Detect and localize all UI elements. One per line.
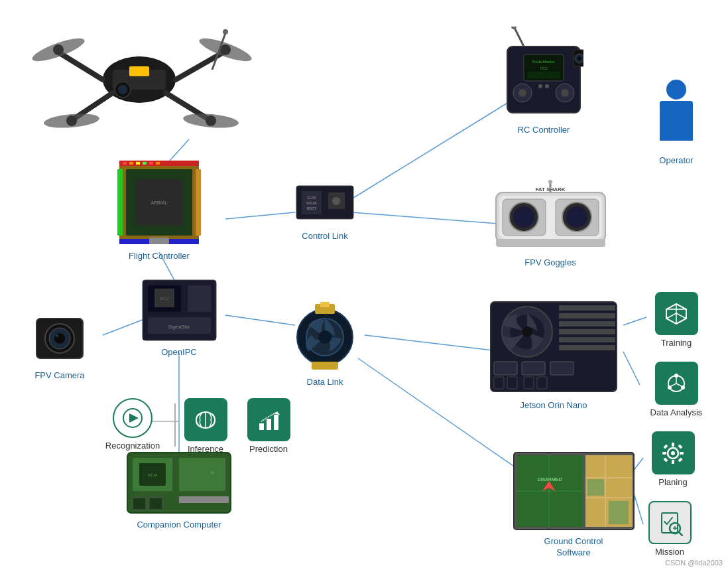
svg-text:RX100: RX100 [306, 201, 317, 205]
openipc-svg: SigmaStar MCU [141, 279, 217, 342]
prediction-svg [255, 407, 282, 433]
fpv-camera-label: FPV Camera [34, 370, 84, 382]
svg-rect-170 [267, 419, 271, 430]
svg-rect-124 [494, 377, 504, 389]
svg-text:BOOT: BOOT [307, 206, 316, 210]
svg-rect-171 [274, 415, 278, 430]
svg-rect-116 [559, 313, 615, 319]
svg-text:⊕: ⊕ [210, 470, 215, 476]
svg-rect-72 [320, 302, 330, 307]
inference-label: Inference [188, 444, 223, 455]
svg-text:BCM: BCM [148, 473, 156, 477]
svg-text:SigmaStar: SigmaStar [168, 324, 190, 330]
svg-rect-157 [678, 457, 682, 462]
svg-marker-166 [129, 413, 139, 423]
svg-rect-169 [259, 423, 264, 430]
svg-text:AERIAL: AERIAL [151, 200, 168, 205]
svg-rect-81 [179, 496, 229, 503]
fpv-goggles-svg: FAT SHARK [493, 179, 609, 252]
svg-rect-76 [179, 458, 225, 491]
rc-controller-image: RadioMaster TX12 [504, 27, 583, 122]
planning-svg [660, 440, 686, 466]
prediction-label: Prediction [249, 444, 288, 455]
jetson-svg [487, 299, 620, 395]
fpv-goggles-node: FAT SHARK FPV Goggles [491, 179, 610, 269]
svg-point-29 [206, 115, 216, 126]
mission-image [648, 501, 692, 544]
svg-rect-17 [129, 66, 149, 76]
jetson-label: Jetson Orin Nano [520, 400, 587, 411]
vertical-divider [174, 403, 176, 447]
fpv-goggles-image: FAT SHARK [493, 179, 609, 255]
svg-rect-89 [527, 72, 560, 78]
svg-line-18 [60, 53, 103, 80]
svg-rect-80 [149, 498, 162, 510]
diagram-container: AERIAL Flight Controller [0, 0, 728, 572]
drone-image [27, 7, 252, 136]
recognization-image [113, 398, 152, 438]
training-label: Training [661, 338, 692, 349]
svg-text:TX12: TX12 [540, 66, 548, 70]
svg-rect-148 [587, 479, 604, 496]
fpv-camera-node: FPV Camera [20, 312, 99, 382]
svg-rect-117 [559, 321, 615, 326]
svg-point-106 [566, 206, 587, 228]
svg-rect-126 [524, 377, 534, 389]
svg-rect-73 [312, 362, 338, 370]
flight-controller-node: AERIAL Flight Controller [106, 159, 212, 262]
svg-line-136 [676, 384, 682, 386]
control-link-node: ELRS RX100 BOOT Control Link [278, 179, 371, 242]
planning-image [652, 431, 695, 474]
flight-controller-label: Flight Controller [129, 251, 190, 262]
svg-point-151 [671, 451, 675, 455]
svg-text:ELRS: ELRS [307, 196, 316, 200]
svg-point-109 [548, 180, 552, 184]
operator-node: Operator [643, 80, 709, 167]
operator-body [660, 101, 693, 141]
svg-point-26 [53, 44, 64, 55]
svg-point-33 [223, 29, 228, 35]
svg-rect-152 [672, 443, 674, 447]
openipc-image: SigmaStar MCU [141, 279, 217, 344]
drone-svg [27, 7, 252, 136]
svg-rect-125 [507, 377, 517, 389]
svg-rect-155 [680, 452, 684, 455]
flight-controller-image: AERIAL [116, 159, 202, 248]
companion-computer-image: BCM ⊕ [126, 451, 232, 517]
ground-control-image: DISARMED [513, 451, 635, 534]
svg-line-83 [514, 27, 524, 46]
companion-computer-node: BCM ⊕ Companion Computer [113, 451, 245, 531]
svg-rect-156 [663, 444, 668, 449]
ground-control-node: DISARMED Ground Control Software [504, 451, 643, 559]
recognization-node: Recognization [99, 398, 166, 452]
svg-rect-44 [136, 162, 140, 165]
svg-rect-45 [143, 162, 147, 165]
svg-rect-119 [559, 337, 615, 342]
watermark: CSDN @lida2003 [665, 559, 723, 567]
svg-point-98 [577, 56, 581, 60]
svg-rect-40 [117, 169, 123, 236]
svg-rect-159 [678, 444, 682, 449]
drone-node [13, 7, 265, 136]
svg-point-66 [54, 333, 65, 344]
svg-point-28 [66, 115, 77, 126]
svg-rect-47 [156, 162, 160, 165]
rc-controller-svg: RadioMaster TX12 [504, 27, 583, 119]
jetson-image [487, 299, 620, 397]
operator-head [666, 80, 686, 100]
svg-text:RadioMaster: RadioMaster [532, 60, 555, 64]
data-analysis-svg [663, 370, 690, 397]
prediction-image [247, 398, 290, 441]
training-svg [663, 301, 690, 327]
inference-svg [192, 407, 219, 433]
control-link-label: Control Link [302, 231, 347, 242]
ground-control-svg: DISARMED [513, 451, 635, 531]
svg-rect-127 [537, 377, 547, 389]
operator-image [653, 80, 699, 153]
svg-point-94 [538, 84, 542, 88]
control-link-svg: ELRS RX100 BOOT [295, 179, 355, 226]
data-analysis-label: Data Analysis [650, 407, 703, 419]
control-link-image: ELRS RX100 BOOT [295, 179, 355, 228]
mission-label: Mission [655, 547, 684, 558]
svg-point-55 [332, 197, 340, 205]
